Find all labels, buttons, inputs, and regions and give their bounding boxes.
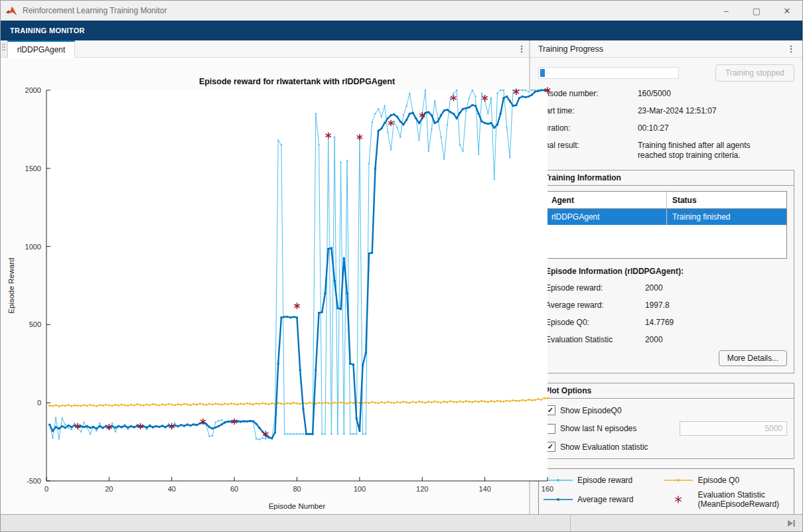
- training-progress-bar: [538, 67, 679, 79]
- matlab-logo-icon: [6, 6, 17, 16]
- show-evaluation-statistic-label[interactable]: Show Evaluation statistic: [560, 442, 648, 452]
- legend-label: Episode reward: [577, 476, 632, 485]
- field-row: Evaluation Statistic 2000: [546, 335, 787, 345]
- svg-text:20: 20: [105, 485, 113, 493]
- legend-label: Average reward: [577, 495, 634, 504]
- episode-reward-value: 2000: [645, 283, 771, 293]
- start-time-value: 23-Mar-2024 12:51:07: [638, 106, 764, 116]
- svg-text:80: 80: [293, 485, 301, 493]
- window-title: Reinforcement Learning Training Monitor: [23, 6, 167, 15]
- panel-title: Training Progress: [538, 44, 603, 54]
- status-column-header[interactable]: Status: [666, 192, 786, 208]
- window-controls: – ▢ ✕: [711, 1, 802, 21]
- evaluation-statistic-value: 2000: [645, 335, 771, 345]
- document-tabstrip: rlDDPGAgent ⋮: [1, 40, 529, 58]
- field-row: Episode reward: 2000: [546, 283, 787, 293]
- chart-legend: Episode reward Episode Q0 Average reward…: [538, 468, 794, 514]
- option-row: Show last N episodes: [546, 421, 787, 436]
- svg-text:40: 40: [168, 485, 176, 493]
- status-cell[interactable]: Training finished: [666, 209, 786, 225]
- svg-text:Episode reward for rlwatertank: Episode reward for rlwatertank with rlDD…: [199, 77, 396, 86]
- status-bar-divider: [570, 515, 571, 531]
- progress-fill: [540, 69, 545, 77]
- table-row[interactable]: rlDDPGAgent Training finished: [546, 209, 786, 225]
- training-progress-panel: Training Progress ⋮ Training stopped Epi…: [530, 40, 802, 514]
- svg-text:0: 0: [37, 399, 41, 407]
- svg-text:60: 60: [230, 485, 238, 493]
- legend-label: Episode Q0: [697, 476, 739, 485]
- option-row: ✓ Show EpisodeQ0: [546, 405, 787, 415]
- progress-row: Training stopped: [538, 64, 794, 82]
- chart-panel: rlDDPGAgent ⋮ 020406080100120140160-5000…: [1, 40, 529, 514]
- panel-header: Training Progress ⋮: [530, 40, 802, 58]
- training-information-group: Training Information Agent Status rlDDPG…: [538, 170, 794, 373]
- episode-number-value: 160/5000: [638, 89, 764, 99]
- tab-rlddpgagent[interactable]: rlDDPGAgent: [7, 40, 75, 58]
- legend-label: Evaluation Statistic (MeanEpisodeReward): [697, 490, 790, 509]
- evaluation-statistic-marker-icon: [663, 495, 694, 504]
- svg-text:140: 140: [478, 485, 490, 493]
- svg-text:Episode Number: Episode Number: [269, 502, 326, 510]
- panel-kebab-icon[interactable]: ⋮: [784, 44, 798, 54]
- svg-text:100: 100: [354, 485, 366, 493]
- episode-q0-marker-icon: [663, 476, 694, 485]
- toolstrip: TRAINING MONITOR: [1, 21, 802, 40]
- svg-text:1000: 1000: [25, 243, 41, 251]
- field-row: Episode Q0: 14.7769: [546, 318, 787, 328]
- field-row: Episode number: 160/5000: [538, 89, 794, 99]
- field-row: Final result: Training finished after al…: [538, 141, 794, 161]
- tabstrip-kebab-icon[interactable]: ⋮: [514, 40, 529, 57]
- field-row: Duration: 00:10:27: [538, 123, 794, 133]
- svg-text:0: 0: [44, 485, 48, 493]
- svg-text:1500: 1500: [25, 165, 41, 172]
- more-details-button[interactable]: More Details...: [719, 350, 787, 366]
- status-bar: [1, 514, 802, 531]
- table-header-row[interactable]: Agent Status: [546, 192, 786, 209]
- table-empty-area: [546, 225, 786, 258]
- average-reward-value: 1997.8: [645, 300, 771, 310]
- skip-to-end-icon[interactable]: [786, 519, 796, 527]
- panel-grip[interactable]: [1, 40, 7, 57]
- figure-area: 020406080100120140160-500050010001500200…: [1, 58, 529, 514]
- svg-text:-500: -500: [27, 477, 41, 485]
- title-bar: Reinforcement Learning Training Monitor …: [1, 1, 802, 21]
- option-row: ✓ Show Evaluation statistic: [546, 442, 787, 452]
- legend-item: Evaluation Statistic (MeanEpisodeReward): [663, 490, 790, 509]
- app-window: Reinforcement Learning Training Monitor …: [0, 0, 803, 532]
- field-row: Average reward: 1997.8: [546, 300, 787, 310]
- episode-information-title: Episode Information (rlDDPGAgent):: [546, 267, 787, 276]
- field-row: Start time: 23-Mar-2024 12:51:07: [538, 106, 794, 116]
- plot-options-group: Plot Options ✓ Show EpisodeQ0 Show last …: [538, 383, 794, 459]
- training-stopped-button[interactable]: Training stopped: [715, 64, 794, 82]
- final-result-value: Training finished after all agents reach…: [638, 141, 764, 161]
- close-icon[interactable]: ✕: [772, 1, 802, 21]
- agent-status-table: Agent Status rlDDPGAgent Training finish…: [546, 191, 787, 259]
- legend-item: Episode Q0: [663, 474, 790, 486]
- last-n-episodes-input[interactable]: [680, 421, 787, 436]
- reward-chart[interactable]: 020406080100120140160-500050010001500200…: [1, 58, 570, 517]
- svg-text:160: 160: [542, 485, 553, 493]
- maximize-icon[interactable]: ▢: [741, 1, 772, 21]
- panel-body: Training stopped Episode number: 160/500…: [530, 58, 802, 514]
- svg-text:2000: 2000: [25, 86, 41, 94]
- plot-options-title: Plot Options: [539, 383, 794, 399]
- tab-training-monitor[interactable]: TRAINING MONITOR: [1, 21, 94, 40]
- training-information-title: Training Information: [539, 170, 794, 186]
- episode-q0-value: 14.7769: [645, 318, 771, 328]
- minimize-icon[interactable]: –: [711, 1, 741, 21]
- duration-value: 00:10:27: [638, 123, 764, 133]
- main-area: rlDDPGAgent ⋮ 020406080100120140160-5000…: [1, 40, 802, 514]
- svg-text:Episode Reward: Episode Reward: [7, 257, 15, 313]
- svg-text:500: 500: [29, 320, 41, 328]
- svg-text:120: 120: [416, 485, 428, 493]
- show-last-n-episodes-label[interactable]: Show last N episodes: [560, 424, 636, 433]
